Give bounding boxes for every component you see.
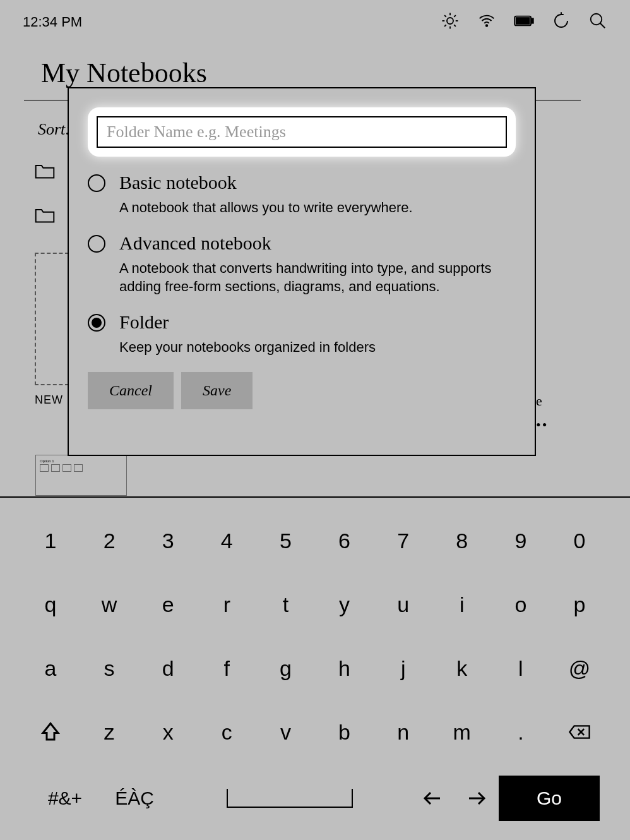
radio-icon[interactable] <box>88 235 105 253</box>
status-icons <box>441 11 607 33</box>
key-1[interactable]: 1 <box>30 520 71 561</box>
new-label: NEW <box>35 393 63 407</box>
svg-line-7 <box>444 25 446 27</box>
keyboard-row-5: #&+ ÉÀÇ Go <box>30 776 600 821</box>
key-k[interactable]: k <box>442 648 482 688</box>
notebook-thumbnail[interactable]: Option 1 <box>35 455 127 496</box>
svg-rect-11 <box>516 18 530 24</box>
key-q[interactable]: q <box>30 584 71 625</box>
shift-key[interactable] <box>30 712 71 752</box>
sort-label: Sort: <box>38 120 71 139</box>
accents-key[interactable]: ÉÀÇ <box>100 778 169 819</box>
input-highlight <box>88 107 516 157</box>
key-c[interactable]: c <box>206 712 247 752</box>
key-d[interactable]: d <box>148 648 188 688</box>
key-7[interactable]: 7 <box>383 520 424 561</box>
keyboard-row-1: 1 2 3 4 5 6 7 8 9 0 <box>30 520 600 561</box>
svg-line-14 <box>600 23 605 28</box>
key-3[interactable]: 3 <box>148 520 188 561</box>
svg-point-9 <box>486 25 488 27</box>
radio-icon[interactable] <box>88 314 105 332</box>
key-j[interactable]: j <box>383 648 424 688</box>
symbols-key[interactable]: #&+ <box>30 778 100 819</box>
key-w[interactable]: w <box>89 584 129 625</box>
option-folder[interactable]: Folder Keep your notebooks organized in … <box>88 311 516 357</box>
key-z[interactable]: z <box>89 712 129 752</box>
page-title: My Notebooks <box>41 57 207 89</box>
arrow-left-key[interactable] <box>410 778 455 819</box>
create-dialog: Basic notebook A notebook that allows yo… <box>68 87 536 456</box>
svg-point-13 <box>591 14 602 25</box>
key-2[interactable]: 2 <box>89 520 129 561</box>
backspace-key[interactable] <box>559 712 600 752</box>
option-title: Basic notebook <box>119 172 413 193</box>
keyboard: 1 2 3 4 5 6 7 8 9 0 q w e r t y u i o p … <box>0 496 630 840</box>
key-l[interactable]: l <box>501 648 541 688</box>
option-desc: Keep your notebooks organized in folders <box>119 338 376 357</box>
sync-icon[interactable] <box>552 11 571 33</box>
key-h[interactable]: h <box>324 648 365 688</box>
key-g[interactable]: g <box>265 648 306 688</box>
key-n[interactable]: n <box>383 712 424 752</box>
option-basic-notebook[interactable]: Basic notebook A notebook that allows yo… <box>88 172 516 217</box>
key-s[interactable]: s <box>89 648 129 688</box>
key-a[interactable]: a <box>30 648 71 688</box>
option-desc: A notebook that allows you to write ever… <box>119 198 413 217</box>
svg-line-8 <box>454 15 456 17</box>
keyboard-row-3: a s d f g h j k l @ <box>30 648 600 688</box>
svg-point-0 <box>447 18 453 24</box>
new-tile[interactable] <box>35 253 69 385</box>
option-title: Advanced notebook <box>119 232 516 254</box>
option-desc: A notebook that converts handwriting int… <box>119 259 516 296</box>
status-bar: 12:34 PM <box>0 0 630 44</box>
key-4[interactable]: 4 <box>206 520 247 561</box>
wifi-icon[interactable] <box>477 11 496 33</box>
key-v[interactable]: v <box>265 712 306 752</box>
svg-rect-12 <box>532 18 533 23</box>
option-advanced-notebook[interactable]: Advanced notebook A notebook that conver… <box>88 232 516 296</box>
key-5[interactable]: 5 <box>265 520 306 561</box>
folder-name-input[interactable] <box>97 116 507 148</box>
key-p[interactable]: p <box>559 584 600 625</box>
key-r[interactable]: r <box>206 584 247 625</box>
key-o[interactable]: o <box>501 584 541 625</box>
radio-icon[interactable] <box>88 174 105 192</box>
key-x[interactable]: x <box>148 712 188 752</box>
brightness-icon[interactable] <box>441 11 460 33</box>
key-b[interactable]: b <box>324 712 365 752</box>
space-key[interactable] <box>179 778 400 819</box>
save-button[interactable]: Save <box>181 372 253 409</box>
key-i[interactable]: i <box>442 584 482 625</box>
more-dots[interactable]: •• <box>536 417 548 433</box>
search-icon[interactable] <box>588 11 607 33</box>
key-f[interactable]: f <box>206 648 247 688</box>
key-period[interactable]: . <box>501 712 541 752</box>
key-y[interactable]: y <box>324 584 365 625</box>
key-u[interactable]: u <box>383 584 424 625</box>
option-title: Folder <box>119 311 376 333</box>
go-key[interactable]: Go <box>499 776 600 821</box>
folder-icon <box>35 207 55 226</box>
svg-line-6 <box>454 25 456 27</box>
key-9[interactable]: 9 <box>501 520 541 561</box>
arrow-right-key[interactable] <box>455 778 499 819</box>
key-e[interactable]: e <box>148 584 188 625</box>
key-6[interactable]: 6 <box>324 520 365 561</box>
key-8[interactable]: 8 <box>442 520 482 561</box>
key-0[interactable]: 0 <box>559 520 600 561</box>
key-at[interactable]: @ <box>559 648 600 688</box>
clock: 12:34 PM <box>23 14 82 30</box>
folder-icon <box>35 163 55 182</box>
cancel-button[interactable]: Cancel <box>88 372 174 409</box>
svg-line-5 <box>444 15 446 17</box>
key-m[interactable]: m <box>442 712 482 752</box>
battery-icon[interactable] <box>514 11 534 33</box>
keyboard-row-2: q w e r t y u i o p <box>30 584 600 625</box>
key-t[interactable]: t <box>265 584 306 625</box>
truncated-text: e <box>536 393 542 409</box>
keyboard-row-4: z x c v b n m . <box>30 712 600 752</box>
